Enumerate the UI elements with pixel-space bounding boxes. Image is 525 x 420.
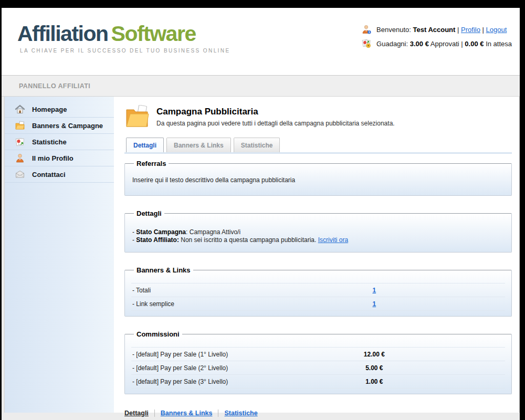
page-title: Campagna Pubblicitaria [156, 107, 395, 117]
separator: | [457, 26, 459, 34]
bullet: - [132, 228, 134, 236]
sidebar-item-label: Statistiche [32, 138, 67, 146]
earnings-row: Guadagni: 3.00 € Approvati | 0.00 € In a… [361, 38, 512, 49]
table-row-totali: - Totali 1 [131, 283, 505, 297]
pending-amount: 0.00 € [465, 40, 484, 48]
sidebar-item-il-mio-profilo[interactable]: Il mio Profilo [5, 150, 114, 166]
iscriviti-ora-link[interactable]: Iscriviti ora [318, 236, 348, 244]
stato-campagna-row: - Stato Campagna: Campagna Attivo/i [132, 228, 504, 236]
page-subtitle: Da questa pagina puoi vedere tutti i det… [156, 120, 395, 127]
main-panel: Campagna Pubblicitaria Da questa pagina … [114, 97, 520, 413]
campaign-folder-icon [124, 105, 150, 131]
footer-separator [154, 410, 155, 417]
tab-banners-links[interactable]: Banners & Links [166, 138, 231, 152]
colon: : [186, 228, 187, 236]
stato-campagna-value: Campagna Attivo/i [190, 228, 240, 236]
section-referrals: Referrals Inserire qui il testo descritt… [124, 160, 512, 196]
profile-link[interactable]: Profilo [461, 26, 480, 34]
sidebar-item-contattaci[interactable]: Contattaci [5, 166, 114, 183]
logo-secondary: Software [111, 22, 196, 46]
footer-nav: Dettagli Banners & Links Statistiche [124, 410, 512, 417]
section-commissioni: Commissioni - [default] Pay per Sale (1°… [124, 330, 512, 394]
sidebar-item-homepage[interactable]: Homepage [5, 101, 114, 118]
site-header: AffiliationSoftware LA CHIAVE PER IL SUC… [2, 8, 520, 76]
dettagli-lines: - Stato Campagna: Campagna Attivo/i - St… [131, 222, 505, 247]
row-value: 5.00 € [318, 364, 430, 372]
welcome-row: 1 Benvenuto: Test Account | Profilo | Lo… [361, 24, 512, 35]
row-label: - [default] Pay per Sale (3° Livello) [131, 378, 318, 385]
sidebar-item-label: Banners & Campagne [32, 122, 103, 130]
row-label: - [default] Pay per Sale (2° Livello) [131, 364, 318, 372]
welcome-text: Benvenuto: Test Account | Profilo | Logo… [376, 26, 507, 34]
row-value: 1 [318, 300, 430, 308]
tab-statistiche[interactable]: Statistiche [234, 138, 280, 152]
welcome-label: Benvenuto: [376, 26, 411, 34]
house-icon [15, 104, 25, 114]
account-name: Test Account [413, 26, 456, 34]
table-row-link-semplice: - Link semplice 1 [131, 297, 505, 311]
section-title-referrals: Referrals [134, 160, 169, 167]
section-banners-links: Banners & Links - Totali 1 - Link sempli… [124, 266, 512, 317]
sidebar-item-banners-campagne[interactable]: Banners & Campagne [5, 118, 114, 134]
separator: | [482, 26, 484, 34]
logo: AffiliationSoftware LA CHIAVE PER IL SUC… [17, 22, 230, 54]
content: Homepage Banners & Campagne Statistiche [2, 97, 520, 413]
sidebar: Homepage Banners & Campagne Statistiche [4, 97, 114, 413]
row-label: - [default] Pay per Sale (1° Livello) [131, 351, 318, 358]
section-title-banners-links: Banners & Links [134, 266, 193, 274]
logo-text: AffiliationSoftware [17, 22, 230, 46]
sidebar-item-label: Homepage [32, 106, 67, 113]
section-title-dettagli: Dettagli [134, 209, 164, 217]
bullet: - [132, 236, 134, 244]
logo-tagline: LA CHIAVE PER IL SUCCESSO DEL TUO BUSINE… [17, 48, 230, 54]
approved-label: Approvati [430, 40, 459, 48]
footer-link-statistiche[interactable]: Statistiche [224, 410, 257, 417]
sidebar-item-label: Il mio Profilo [32, 154, 74, 162]
link-semplice-count-link[interactable]: 1 [372, 300, 376, 308]
panel-bar-title: PANNELLO AFFILIATI [19, 82, 90, 90]
svg-text:1: 1 [369, 30, 370, 34]
section-dettagli: Dettagli - Stato Campagna: Campagna Atti… [124, 209, 512, 253]
user-icon: 1 [361, 24, 372, 35]
mail-icon [15, 169, 25, 180]
banners-rows: - Totali 1 - Link semplice 1 [131, 283, 505, 311]
pending-label: In attesa [486, 40, 512, 48]
stato-affiliato-row: - Stato Affiliato: Non sei iscritto a qu… [132, 236, 504, 244]
table-row-commission-3: - [default] Pay per Sale (3° Livello) 1.… [131, 375, 505, 388]
tab-bar: Dettagli Banners & Links Statistiche [124, 138, 512, 154]
tab-dettagli[interactable]: Dettagli [126, 138, 164, 152]
panel-bar: PANNELLO AFFILIATI [2, 76, 520, 97]
earnings-text: Guadagni: 3.00 € Approvati | 0.00 € In a… [376, 40, 512, 48]
stato-affiliato-value: Non sei iscritto a questa campagna pubbl… [181, 236, 316, 244]
row-label: - Link semplice [131, 300, 318, 308]
sidebar-item-statistiche[interactable]: Statistiche [5, 134, 114, 150]
table-row-commission-1: - [default] Pay per Sale (1° Livello) 12… [131, 347, 505, 361]
logo-primary: Affiliation [17, 22, 108, 46]
folder-icon [15, 120, 25, 131]
stats-icon [15, 136, 25, 147]
footer-link-banners-links[interactable]: Banners & Links [161, 410, 213, 417]
approved-amount: 3.00 € [410, 40, 429, 48]
stato-affiliato-label: Stato Affiliato: [136, 236, 179, 244]
row-label: - Totali [131, 287, 318, 294]
sidebar-item-label: Contattaci [32, 171, 66, 178]
section-title-commissioni: Commissioni [134, 330, 182, 338]
commissioni-rows: - [default] Pay per Sale (1° Livello) 12… [131, 347, 505, 388]
earnings-label: Guadagni: [376, 40, 408, 48]
referrals-description: Inserire qui il testo descrittivo della … [131, 172, 505, 190]
earnings-icon [361, 38, 372, 49]
stato-campagna-label: Stato Campagna [136, 228, 186, 236]
footer-link-dettagli[interactable]: Dettagli [124, 410, 149, 417]
totali-count-link[interactable]: 1 [372, 287, 376, 294]
page-header: Campagna Pubblicitaria Da questa pagina … [124, 105, 512, 131]
page-heading: Campagna Pubblicitaria Da questa pagina … [156, 105, 395, 127]
person-icon [15, 153, 25, 163]
account-info: 1 Benvenuto: Test Account | Profilo | Lo… [361, 24, 512, 52]
logout-link[interactable]: Logout [486, 26, 507, 34]
row-value: 1 [318, 287, 430, 294]
row-value: 12.00 € [318, 351, 430, 358]
app-window: AffiliationSoftware LA CHIAVE PER IL SUC… [2, 8, 520, 420]
separator: | [461, 40, 463, 48]
row-value: 1.00 € [318, 378, 430, 385]
footer-separator [218, 410, 218, 417]
